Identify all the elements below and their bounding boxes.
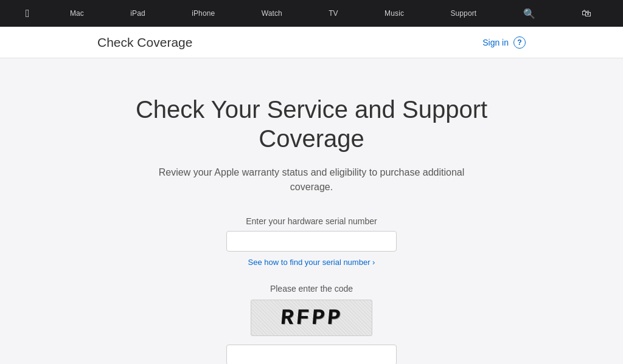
- nav-item-music[interactable]: Music: [378, 9, 410, 18]
- breadcrumb-title: Check Coverage: [97, 35, 192, 50]
- sign-in-link[interactable]: Sign in: [482, 38, 509, 47]
- apple-logo-icon[interactable]: : [26, 7, 30, 20]
- main-nav:  Mac iPad iPhone Watch TV Music Support…: [0, 0, 623, 27]
- page-subtext: Review your Apple warranty status and el…: [147, 165, 476, 194]
- nav-item-ipad[interactable]: iPad: [124, 9, 151, 18]
- serial-help-link[interactable]: See how to find your serial number ›: [248, 258, 375, 267]
- nav-item-tv[interactable]: TV: [322, 9, 344, 18]
- help-icon[interactable]: ?: [513, 36, 526, 49]
- search-icon[interactable]: 🔍: [517, 8, 541, 19]
- nav-item-iphone[interactable]: iPhone: [186, 9, 221, 18]
- breadcrumb-actions: Sign in ?: [482, 36, 526, 49]
- nav-item-watch[interactable]: Watch: [256, 9, 288, 18]
- captcha-input[interactable]: [226, 345, 397, 364]
- captcha-image: RFPP: [251, 300, 372, 336]
- serial-number-input[interactable]: [226, 231, 397, 252]
- breadcrumb-bar: Check Coverage Sign in ?: [0, 27, 623, 58]
- bag-icon[interactable]: 🛍: [576, 8, 597, 19]
- form-section: Enter your hardware serial number See ho…: [165, 216, 458, 364]
- nav-item-mac[interactable]: Mac: [64, 9, 90, 18]
- serial-label: Enter your hardware serial number: [246, 216, 377, 226]
- captcha-label: Please enter the code: [270, 284, 353, 294]
- nav-item-support[interactable]: Support: [444, 9, 482, 18]
- captcha-text: RFPP: [279, 306, 344, 331]
- main-content: Check Your Service and Support Coverage …: [0, 58, 623, 364]
- page-heading: Check Your Service and Support Coverage: [99, 95, 524, 153]
